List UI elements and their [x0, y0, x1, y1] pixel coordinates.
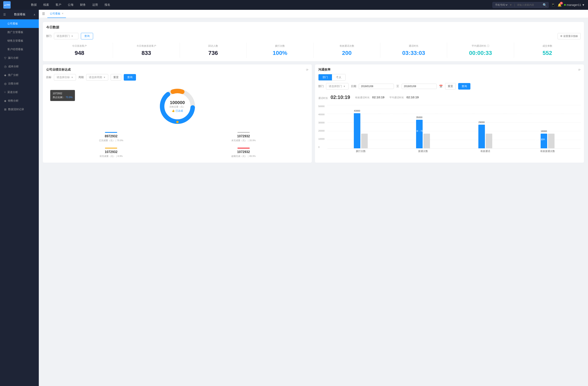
- funnel-icon: ▽: [4, 56, 6, 59]
- device-icon[interactable]: 📱: [551, 3, 555, 7]
- sidebar-item-visitor[interactable]: ◎ 访客分析: [0, 79, 39, 88]
- sidebar-item-channel[interactable]: ⑂ 渠道分析: [0, 88, 39, 96]
- tab-close-icon[interactable]: ✕: [62, 12, 63, 15]
- nav-finance[interactable]: 财务: [77, 0, 89, 10]
- sidebar-item-sales[interactable]: ◈ 销售分析: [0, 96, 39, 105]
- comm-query-btn[interactable]: 查询: [458, 83, 470, 90]
- x-label-3: 有效接通次数: [516, 150, 579, 153]
- sidebar-item-label: 成本分析: [8, 65, 19, 68]
- goal-stat-bar-2: [105, 148, 117, 149]
- sidebar-item-sales-mgr[interactable]: 销售主管看板: [0, 37, 39, 45]
- user-dropdown-icon: ▼: [582, 3, 585, 6]
- nav-customers[interactable]: 客户: [52, 0, 64, 10]
- nav-public[interactable]: 公海: [64, 0, 77, 10]
- comm-stats-row: 通话时长 02:10:19 有效通话时长 02:10:19 平均通话时长 02:…: [318, 93, 581, 102]
- goal-panel-header: 公司业绩目标达成 ⟳: [46, 68, 309, 72]
- comm-refresh-icon[interactable]: ⟳: [578, 68, 581, 71]
- today-data-card: 今日数据 部门 请选择部门 ▼ 查询 ⚙ 设置显示指标 今日首咨客户: [43, 22, 584, 61]
- goal-reset-btn[interactable]: 重置: [111, 74, 121, 81]
- bar-2-0: 29000: [478, 125, 485, 148]
- tab-company-board[interactable]: 公司看板 ✕: [47, 10, 66, 18]
- y-label-1: 10000: [318, 138, 328, 140]
- donut-tooltip: 1072932 所占比例： 70.9%: [50, 90, 75, 101]
- goal-query-btn[interactable]: 查询: [124, 74, 136, 81]
- comm-avg-talk: 平均通话时长 02:10:19: [389, 96, 419, 99]
- bar-3-0-rect: 有效接通率：70.9%: [541, 134, 547, 148]
- search-icon[interactable]: 🔍: [543, 3, 547, 7]
- logo: ☁CRM: [3, 1, 24, 9]
- nav-items: 数据 线索 客户 公海 财务 运营 报名: [24, 0, 492, 10]
- stat-value-3: 100%: [248, 50, 312, 56]
- sidebar-item-promotion[interactable]: ◈ 推广分析: [0, 71, 39, 79]
- comm-talk-time-label: 通话时长: [318, 97, 328, 99]
- sidebar-item-company-board[interactable]: 公司看板: [0, 19, 39, 28]
- sidebar-expand-icon[interactable]: ☰: [3, 13, 6, 16]
- goal-refresh-icon[interactable]: ⟳: [306, 68, 309, 71]
- donut-achieved: 👍 已达成: [169, 109, 185, 113]
- sidebar-header: ☰ 数据看板 ∧: [0, 10, 39, 19]
- tab-menu-icon[interactable]: ☰: [42, 12, 45, 16]
- sidebar-item-label: 访客分析: [8, 82, 19, 85]
- bar-group-0-bars: 43000: [330, 105, 392, 148]
- settings-icon: ⚙: [560, 35, 563, 38]
- goal-stat-bar-3: [237, 148, 250, 149]
- settings-btn-label: 设置显示指标: [563, 35, 578, 38]
- stat-value-5: 03:33:03: [382, 50, 445, 56]
- tooltip-value: 1072932: [53, 92, 72, 96]
- comm-date-from[interactable]: [359, 84, 394, 89]
- nav-register[interactable]: 报名: [101, 0, 113, 10]
- sidebar-collapse-icon[interactable]: ∧: [34, 13, 36, 16]
- goal-select[interactable]: 请选择目标 ▼: [54, 74, 76, 81]
- comm-date-to[interactable]: [402, 84, 437, 89]
- nav-ops[interactable]: 运营: [89, 0, 101, 10]
- comm-panel: 沟通效率 ⟳ 部门 个人 部门 请选择部门 ▼ 日期: [315, 64, 584, 163]
- period-select[interactable]: 请选择周期 ▼: [86, 74, 108, 81]
- goal-stat-3: 1072932 超额完成（元）｜89.9%: [179, 146, 309, 159]
- comm-talk-time: 通话时长 02:10:19: [318, 95, 350, 100]
- settings-display-btn[interactable]: ⚙ 设置显示指标: [558, 33, 581, 39]
- donut-main-value: 100000: [169, 100, 185, 105]
- user-info[interactable]: manager11 ▼: [564, 3, 585, 6]
- y-label-4: 40000: [318, 113, 328, 116]
- toggle-dept-btn[interactable]: 部门: [318, 74, 332, 80]
- comm-panel-header: 沟通效率 ⟳: [318, 68, 581, 72]
- notification-bell[interactable]: 🔔 5: [558, 3, 562, 7]
- stat-value-6: 00:00:33: [449, 50, 512, 56]
- comm-reset-btn[interactable]: 重置: [445, 83, 456, 90]
- stat-label-6: 平均通话时长 ⓘ: [449, 44, 512, 48]
- nav-data[interactable]: 数据: [28, 0, 40, 10]
- sidebar-item-customer-mgr[interactable]: 客户经理看板: [0, 45, 39, 54]
- nav-leads[interactable]: 线索: [40, 0, 52, 10]
- date-calendar-icon[interactable]: 📅: [439, 85, 443, 88]
- bar-group-1: 35000 接通率：70.9%: [392, 105, 454, 148]
- bar-1-0: 35000 接通率：70.9%: [416, 120, 423, 148]
- dept-label: 部门: [46, 34, 51, 38]
- sidebar-item-label: 数据流转记录: [8, 108, 24, 111]
- bar-3-1-rect: [548, 134, 554, 148]
- stat-label-4: 有效通话次数: [315, 44, 378, 48]
- search-type-select[interactable]: 手机号码: [494, 3, 508, 6]
- sidebar-item-cost[interactable]: ◷ 成本分析: [0, 62, 39, 71]
- sidebar-item-data-flow[interactable]: ⊞ 数据流转记录: [0, 105, 39, 114]
- sidebar-item-promotion-mgr[interactable]: 推广主管看板: [0, 28, 39, 37]
- search-input[interactable]: [517, 3, 542, 6]
- bar-1-0-rect: 接通率：70.9%: [416, 120, 423, 148]
- tooltip-percent-label: 所占比例：: [53, 96, 65, 99]
- bar-2-1-rect: [486, 134, 492, 148]
- stat-item-2: 回访人数 736: [180, 43, 247, 58]
- content-area: ☰ 公司看板 ✕ 今日数据 部门 请选择部门 ▼ 查询 ⚙: [39, 10, 588, 386]
- comm-dept-select[interactable]: 请选择部门 ▼: [326, 83, 349, 90]
- dept-select[interactable]: 请选择部门 ▼: [54, 33, 78, 39]
- stat-value-2: 736: [182, 50, 245, 56]
- toggle-personal-btn[interactable]: 个人: [332, 74, 345, 80]
- period-select-arrow: ▼: [103, 76, 105, 78]
- tooltip-percent-value: 70.9%: [65, 96, 72, 99]
- comm-toggle-group: 部门 个人: [318, 74, 346, 81]
- today-query-btn[interactable]: 查询: [81, 33, 93, 39]
- username: manager11: [567, 3, 581, 6]
- x-axis-labels: 拨打次数 接通次数 有效通话 有效接通次数: [328, 148, 581, 154]
- tabs-bar: ☰ 公司看板 ✕: [39, 10, 588, 18]
- sidebar-item-funnel[interactable]: ▽ 漏斗分析: [0, 54, 39, 62]
- comm-dept-select-text: 请选择部门: [329, 84, 342, 88]
- stat-label-0: 今日首咨客户: [48, 44, 111, 48]
